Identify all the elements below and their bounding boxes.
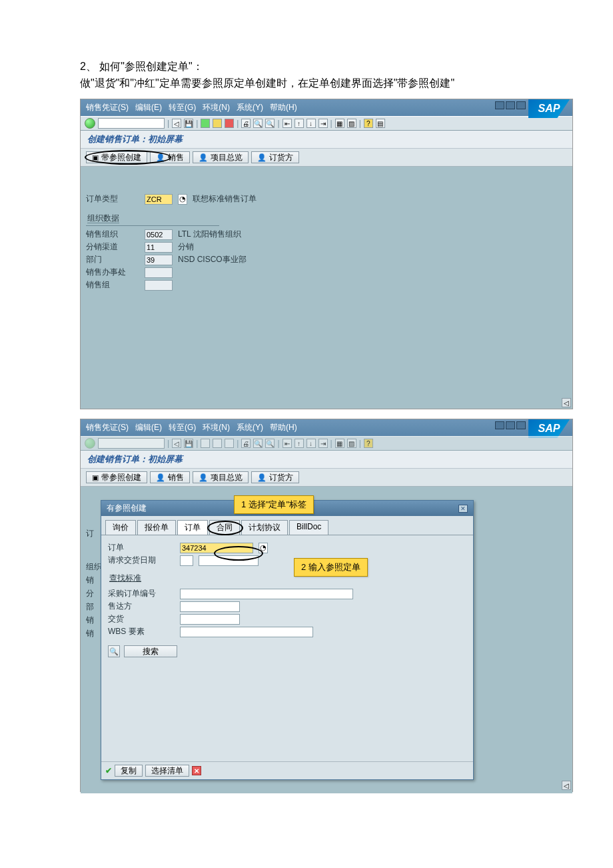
find-icon[interactable]: 🔍 [253,119,263,128]
person-icon: 👤 [257,153,267,162]
save-icon[interactable]: 💾 [184,119,193,128]
sales-button-2[interactable]: 👤 销售 [150,471,190,483]
separator: | [359,119,361,128]
prev-page-icon[interactable]: ↑ [295,119,304,128]
create-with-reference-button-2[interactable]: ▣ 带参照创建 [86,471,147,483]
content-area-1: 订单类型 ZCR ◔ 联想标准销售订单 组织数据 销售组织 0502 LTL 沈… [81,167,572,340]
division-label: 部门 [86,254,139,265]
sales-group-field[interactable] [145,280,173,291]
help-icon[interactable]: ? [364,119,373,128]
sales-office-field[interactable] [145,267,173,278]
menu-help[interactable]: 帮助(H) [270,102,297,113]
shortcut-icon[interactable]: ▨ [347,119,356,128]
window-controls-2 [495,421,526,429]
print-icon[interactable]: 🖨 [241,119,251,128]
maximize-button[interactable] [506,101,515,109]
tab-inquiry[interactable]: 询价 [105,520,136,535]
find-next-icon[interactable]: 🔍 [265,119,275,128]
command-field[interactable] [98,118,165,129]
tab-order[interactable]: 订单 [177,520,208,535]
req-date-field[interactable] [199,555,259,566]
new-session-icon[interactable]: ▦ [335,119,344,128]
delivery-field[interactable] [180,614,240,625]
help-icon[interactable]: ? [364,439,373,448]
menu-edit[interactable]: 编辑(E) [135,102,162,113]
item-overview-label-2: 项目总览 [211,472,243,483]
content-area-2: 订 组织 销 分 部 销 销 有参照创建 ✕ 询价 报价单 订单 合同 [81,487,572,793]
first-page-icon[interactable]: ⇤ [283,119,292,128]
po-field[interactable] [180,589,353,599]
menu-system-2[interactable]: 系统(Y) [237,422,263,433]
maximize-button[interactable] [506,421,515,429]
print-icon: 🖨 [241,439,251,448]
copy-button[interactable]: 复制 [115,765,143,777]
enter-icon[interactable] [85,438,95,449]
menu-system[interactable]: 系统(Y) [237,102,263,113]
order-num-field[interactable]: 347234 [180,543,253,553]
person-icon: 👤 [156,153,165,162]
order-num-help-icon[interactable]: ◔ [259,543,268,553]
tab-sched[interactable]: 计划协议 [241,520,288,535]
search-button[interactable]: 搜索 [124,645,177,657]
minimize-button[interactable] [495,101,504,109]
dist-channel-field[interactable]: 11 [145,242,173,253]
screen-title: 创建销售订单：初始屏幕 [81,131,572,149]
menu-help-2[interactable]: 帮助(H) [270,422,297,433]
layout-icon[interactable]: ▤ [376,119,385,128]
search-icon-button[interactable]: 🔍 [108,645,120,657]
soldto-field[interactable] [180,601,240,612]
cancel-x-icon[interactable]: ✕ [192,766,201,775]
create-with-reference-button[interactable]: ▣ 带参照创建 [86,151,147,163]
shortcut-icon: ▨ [347,439,356,448]
sales-button[interactable]: 👤 销售 [150,151,190,163]
dialog-body: 订单 347234 ◔ 请求交货日期 查找标准 采购订单编号 [101,535,473,664]
person-icon: 👤 [199,473,208,482]
separator: | [167,439,169,448]
menu-env[interactable]: 环境(N) [203,102,230,113]
menu-env-2[interactable]: 环境(N) [203,422,230,433]
dialog-close-icon[interactable]: ✕ [458,505,468,513]
tab-contract[interactable]: 合同 [209,520,240,535]
req-date-type-field[interactable] [180,555,193,566]
menu-sales-doc[interactable]: 销售凭证(S) [86,102,129,113]
menu-sales-doc-2[interactable]: 销售凭证(S) [86,422,129,433]
search-button-label: 搜索 [143,646,159,657]
scroll-left-icon[interactable]: ◁ [562,398,571,407]
item-overview-button-2[interactable]: 👤 项目总览 [193,471,249,483]
separator: | [359,439,361,448]
next-page-icon[interactable]: ↓ [306,119,316,128]
check-icon[interactable]: ✔ [105,766,112,775]
first-page-icon: ⇤ [283,439,292,448]
last-page-icon[interactable]: ⇥ [318,119,328,128]
select-list-button[interactable]: 选择清单 [145,765,189,777]
search-criteria-heading: 查找标准 [108,571,466,585]
close-button[interactable] [516,421,526,429]
main-toolbar: | ◁ 💾 | | 🖨 🔍 🔍 | ⇤ ↑ ↓ ⇥ | ▦ ▨ | ? ▤ [81,116,572,131]
exit-icon[interactable] [213,119,222,128]
menu-goto-2[interactable]: 转至(G) [169,422,196,433]
close-button[interactable] [516,101,526,109]
ordering-party-button-2[interactable]: 👤 订货方 [251,471,299,483]
item-overview-button[interactable]: 👤 项目总览 [193,151,249,163]
order-type-field[interactable]: ZCR [145,194,173,205]
enter-icon[interactable] [85,118,95,129]
delivery-label: 交货 [108,613,175,625]
last-page-icon: ⇥ [318,439,328,448]
wbs-field[interactable] [180,627,313,637]
menu-goto[interactable]: 转至(G) [169,102,196,113]
order-type-help-icon[interactable]: ◔ [178,194,187,205]
cancel-icon[interactable] [225,119,234,128]
back-icon[interactable]: ◁ [172,119,181,128]
menu-edit-2[interactable]: 编辑(E) [135,422,162,433]
command-field[interactable] [98,438,165,449]
back-green-icon[interactable] [201,119,210,128]
tab-quotation[interactable]: 报价单 [137,520,176,535]
ordering-party-button[interactable]: 👤 订货方 [251,151,299,163]
scroll-left-icon-2[interactable]: ◁ [562,781,571,790]
copy-label: 复制 [121,765,137,777]
tab-billdoc[interactable]: BillDoc [289,520,328,535]
sales-org-field[interactable]: 0502 [145,229,173,240]
dialog-title: 有参照创建 [107,503,147,514]
division-field[interactable]: 39 [145,255,173,265]
minimize-button[interactable] [495,421,504,429]
